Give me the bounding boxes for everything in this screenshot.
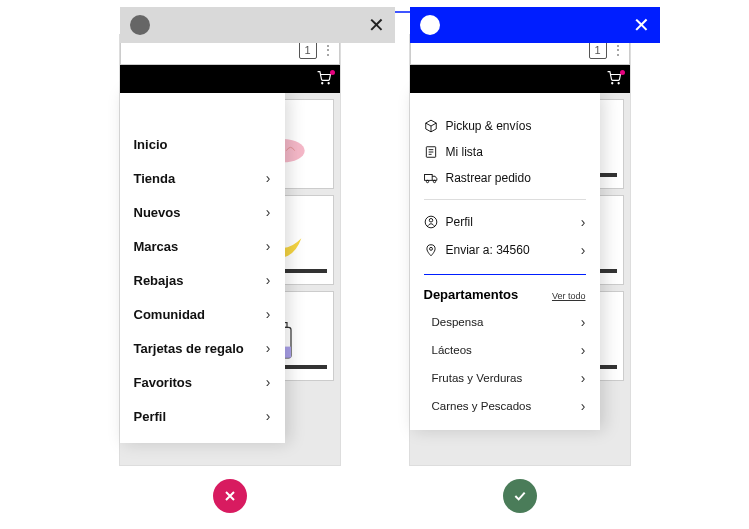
chevron-right-icon: › [266, 204, 271, 220]
menu-item-comunidad[interactable]: Comunidad › [134, 297, 271, 331]
menu-item-marcas[interactable]: Marcas › [134, 229, 271, 263]
dept-label: Lácteos [432, 344, 472, 356]
chevron-right-icon: › [266, 170, 271, 186]
departments-title: Departamentos [424, 287, 519, 302]
pin-icon [424, 243, 438, 257]
chevron-right-icon: › [266, 408, 271, 424]
quick-link-pickup[interactable]: Pickup & envíos [424, 113, 586, 139]
menu-item-favoritos[interactable]: Favoritos › [134, 365, 271, 399]
chevron-right-icon: › [266, 238, 271, 254]
menu-label: Favoritos [134, 375, 193, 390]
chevron-right-icon: › [266, 340, 271, 356]
tab-count[interactable]: 1 [299, 41, 317, 59]
chevron-right-icon: › [581, 398, 586, 414]
menu-label: Tienda [134, 171, 176, 186]
dept-item-lacteos[interactable]: Lácteos › [424, 336, 586, 364]
menu-item-tarjetas[interactable]: Tarjetas de regalo › [134, 331, 271, 365]
bad-badge-icon [213, 479, 247, 513]
close-icon[interactable]: ✕ [368, 13, 385, 37]
chevron-right-icon: › [266, 272, 271, 288]
menu-label: Comunidad [134, 307, 206, 322]
avatar-icon[interactable] [130, 15, 150, 35]
quick-link-lista[interactable]: Mi lista [424, 139, 586, 165]
menu-item-inicio[interactable]: Inicio [134, 137, 271, 161]
menu-label: Rebajas [134, 273, 184, 288]
menu-item-rebajas[interactable]: Rebajas › [134, 263, 271, 297]
see-all-link[interactable]: Ver todo [552, 291, 586, 301]
svg-point-14 [429, 219, 433, 223]
chevron-right-icon: › [266, 306, 271, 322]
menu-label: Tarjetas de regalo [134, 341, 244, 356]
chevron-right-icon: › [581, 370, 586, 386]
close-icon[interactable]: ✕ [633, 13, 650, 37]
example-bad: 1 ⋮ .25 [120, 35, 340, 465]
account-link-enviar[interactable]: Enviar a: 34560 › [424, 236, 586, 264]
departments-header: Departamentos Ver todo [424, 283, 586, 308]
chevron-right-icon: › [266, 374, 271, 390]
kebab-icon[interactable]: ⋮ [611, 43, 625, 57]
url-field[interactable] [415, 40, 585, 60]
link-label: Mi lista [446, 145, 483, 159]
menu-item-tienda[interactable]: Tienda › [134, 161, 271, 195]
truck-icon [424, 171, 438, 185]
account-link-perfil[interactable]: Perfil › [424, 208, 586, 236]
svg-point-0 [321, 82, 322, 83]
svg-point-6 [611, 82, 612, 83]
menu-item-nuevos[interactable]: Nuevos › [134, 195, 271, 229]
drawer-header: ✕ [410, 7, 660, 43]
dept-label: Despensa [432, 316, 484, 328]
kebab-icon[interactable]: ⋮ [321, 43, 335, 57]
chevron-right-icon: › [581, 314, 586, 330]
example-good: 1 ⋮ ✕ [410, 35, 630, 465]
svg-point-7 [618, 82, 619, 83]
cart-icon[interactable] [606, 71, 622, 88]
chevron-right-icon: › [581, 214, 586, 230]
divider-accent [424, 274, 586, 275]
divider [424, 199, 586, 200]
app-header [120, 65, 340, 93]
menu-label: Perfil [134, 409, 167, 424]
chevron-right-icon: › [581, 342, 586, 358]
svg-point-15 [429, 247, 432, 250]
url-field[interactable] [125, 40, 295, 60]
dept-item-carnes[interactable]: Carnes y Pescados › [424, 392, 586, 420]
drawer-menu: Inicio Tienda › Nuevos › Marcas › Rebaja… [120, 93, 285, 443]
menu-label: Nuevos [134, 205, 181, 220]
svg-rect-10 [424, 175, 432, 181]
svg-point-11 [426, 180, 428, 182]
svg-point-1 [328, 82, 329, 83]
dept-item-despensa[interactable]: Despensa › [424, 308, 586, 336]
user-icon [424, 215, 438, 229]
link-label: Perfil [446, 215, 473, 229]
quick-link-rastrear[interactable]: Rastrear pedido [424, 165, 586, 191]
dept-label: Frutas y Verduras [432, 372, 523, 384]
dept-label: Carnes y Pescados [432, 400, 532, 412]
dept-item-frutas[interactable]: Frutas y Verduras › [424, 364, 586, 392]
menu-item-perfil[interactable]: Perfil › [134, 399, 271, 433]
good-badge-icon [503, 479, 537, 513]
cart-icon[interactable] [316, 71, 332, 88]
menu-label: Marcas [134, 239, 179, 254]
chevron-right-icon: › [581, 242, 586, 258]
avatar-icon[interactable] [420, 15, 440, 35]
link-label: Rastrear pedido [446, 171, 531, 185]
link-label: Pickup & envíos [446, 119, 532, 133]
menu-label: Inicio [134, 137, 168, 152]
drawer-menu: Pickup & envíos Mi lista Rastrear pedido [410, 93, 600, 430]
tab-count[interactable]: 1 [589, 41, 607, 59]
list-icon [424, 145, 438, 159]
app-header [410, 65, 630, 93]
svg-point-12 [433, 180, 435, 182]
package-icon [424, 119, 438, 133]
drawer-header: ✕ [120, 7, 395, 43]
link-label: Enviar a: 34560 [446, 243, 530, 257]
